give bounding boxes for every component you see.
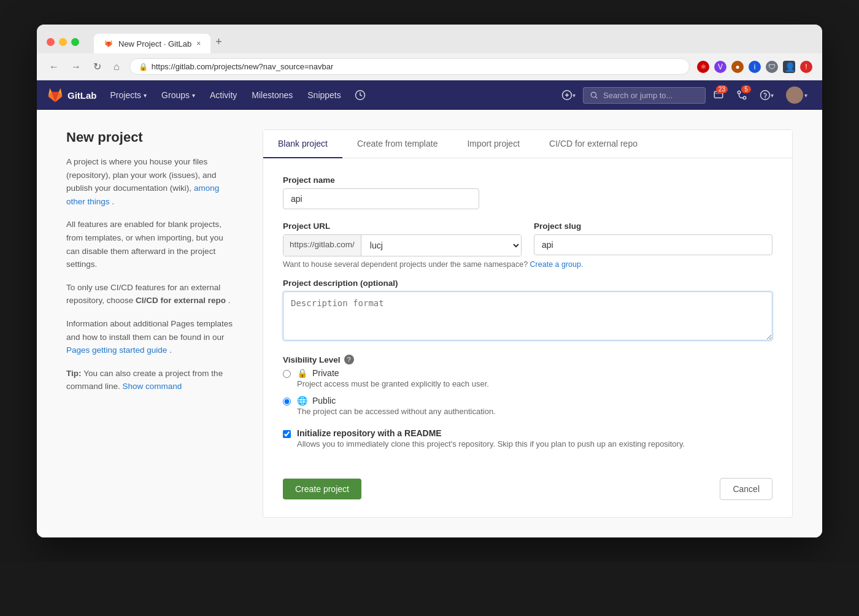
create-project-button[interactable]: Create project	[283, 479, 361, 499]
nav-projects-label: Projects	[110, 90, 142, 100]
sidebar-desc-2: All features are enabled for blank proje…	[66, 218, 238, 271]
visibility-public-label: Public	[312, 396, 336, 406]
visibility-public-option: 🌐 Public The project can be accessed wit…	[283, 396, 772, 416]
nav-search[interactable]	[583, 87, 706, 104]
visibility-public-content: 🌐 Public The project can be accessed wit…	[297, 396, 496, 416]
nav-activity[interactable]: Activity	[204, 80, 243, 110]
project-slug-group: Project slug	[534, 221, 772, 256]
sidebar-desc-3-end: .	[228, 296, 231, 305]
url-prefix-text: https://gitlab.com/	[283, 235, 361, 256]
gitlab-logo[interactable]: GitLab	[47, 87, 97, 104]
visibility-private-option: 🔒 Private Project access must be granted…	[283, 368, 772, 388]
new-tab-button[interactable]: +	[210, 31, 227, 53]
tab-import-label: Import project	[467, 139, 520, 148]
refresh-button[interactable]: ↻	[91, 60, 104, 74]
tab-favicon-icon	[104, 39, 114, 48]
visibility-private-desc: Project access must be granted explicitl…	[297, 379, 489, 388]
cancel-button[interactable]: Cancel	[720, 478, 772, 500]
svg-point-8	[738, 91, 741, 94]
tab-import-project[interactable]: Import project	[452, 130, 534, 158]
window-controls	[47, 38, 79, 46]
lock-icon: 🔒	[139, 63, 148, 71]
project-slug-input[interactable]	[534, 234, 772, 255]
tab-cicd-label: CI/CD for external repo	[549, 139, 638, 148]
ext-icon-1[interactable]: ⚛	[697, 61, 709, 73]
tab-cicd-external[interactable]: CI/CD for external repo	[534, 130, 652, 158]
user-avatar	[786, 87, 803, 104]
browser-tab[interactable]: New Project · GitLab ×	[94, 34, 210, 53]
home-button[interactable]: ⌂	[111, 60, 122, 74]
back-button[interactable]: ←	[47, 60, 61, 74]
visibility-private-content: 🔒 Private Project access must be granted…	[297, 368, 489, 388]
readme-label-strong: Initialize repository with a README	[297, 428, 442, 438]
tab-create-from-template[interactable]: Create from template	[342, 130, 453, 158]
ext-icon-5[interactable]: 🛡	[766, 61, 778, 73]
form-actions: Create project Cancel	[283, 466, 772, 500]
project-name-label: Project name	[283, 175, 772, 185]
nav-milestones-label: Milestones	[252, 90, 293, 100]
project-name-input[interactable]	[283, 188, 479, 209]
description-textarea[interactable]	[283, 291, 772, 341]
url-namespace-select[interactable]: lucj	[361, 235, 521, 256]
project-name-group: Project name	[283, 175, 772, 209]
forward-button[interactable]: →	[69, 60, 83, 74]
namespace-helper-text: Want to house several dependent projects…	[283, 260, 772, 269]
form-area: Project name Project URL https://gitlab.…	[263, 158, 792, 517]
tab-blank-label: Blank project	[278, 139, 328, 148]
pages-guide-link[interactable]: Pages getting started guide	[66, 345, 167, 355]
nav-merge-requests-btn[interactable]: 5	[731, 80, 752, 110]
visibility-public-desc: The project can be accessed without any …	[297, 407, 496, 416]
user-chevron-icon: ▾	[804, 92, 807, 99]
ext-icon-red[interactable]: !	[800, 61, 812, 73]
visibility-public-radio[interactable]	[283, 398, 291, 406]
maximize-window-button[interactable]	[71, 38, 79, 46]
search-input[interactable]	[603, 91, 689, 100]
visibility-private-radio[interactable]	[283, 370, 291, 378]
project-url-input-wrapper: https://gitlab.com/ lucj	[283, 234, 522, 256]
close-window-button[interactable]	[47, 38, 55, 46]
nav-activity-icon-btn[interactable]	[350, 80, 371, 110]
browser-extensions: ⚛ V ● i 🛡 👤 !	[697, 61, 812, 73]
search-icon	[590, 91, 598, 99]
project-slug-label: Project slug	[534, 221, 772, 231]
nav-help-btn[interactable]: ▾	[755, 80, 779, 110]
nav-groups-label: Groups	[161, 90, 190, 100]
sidebar-desc-3-strong: CI/CD for external repo	[136, 296, 226, 305]
nav-user-avatar-btn[interactable]: ▾	[781, 80, 812, 110]
namespace-helper-label: Want to house several dependent projects…	[283, 260, 528, 269]
nav-projects[interactable]: Projects ▾	[104, 80, 153, 110]
nav-activity-label: Activity	[210, 90, 237, 100]
nav-milestones[interactable]: Milestones	[245, 80, 299, 110]
minimize-window-button[interactable]	[59, 38, 67, 46]
visibility-radio-group: 🔒 Private Project access must be granted…	[283, 368, 772, 416]
readme-label[interactable]: Initialize repository with a README	[297, 428, 442, 438]
tab-blank-project[interactable]: Blank project	[263, 130, 342, 158]
svg-point-11	[765, 98, 766, 98]
readme-checkbox[interactable]	[283, 430, 291, 438]
tab-close-button[interactable]: ×	[196, 39, 201, 48]
merge-requests-badge: 5	[741, 85, 751, 93]
show-command-link[interactable]: Show command	[123, 382, 182, 391]
sidebar-desc-4-end: .	[169, 345, 172, 355]
ext-icon-3[interactable]: ●	[731, 61, 744, 73]
sidebar-desc-4-prefix: Information about additional Pages templ…	[66, 319, 233, 342]
sidebar-desc-4: Information about additional Pages templ…	[66, 317, 238, 357]
readme-checkbox-row: Initialize repository with a README Allo…	[283, 428, 772, 449]
ext-icon-2[interactable]: V	[714, 61, 726, 73]
ext-icon-6[interactable]: 👤	[783, 61, 795, 73]
nav-groups[interactable]: Groups ▾	[155, 80, 201, 110]
ext-icon-4[interactable]: i	[749, 61, 761, 73]
groups-chevron-icon: ▾	[192, 92, 195, 99]
visibility-label: Visibility Level	[283, 355, 341, 364]
description-label: Project description (optional)	[283, 279, 772, 288]
visibility-group: Visibility Level ? 🔒 Private	[283, 355, 772, 416]
create-group-link[interactable]: Create a group.	[530, 260, 584, 269]
nav-snippets-label: Snippets	[307, 90, 341, 100]
nav-snippets[interactable]: Snippets	[301, 80, 347, 110]
nav-notifications-btn[interactable]: 23	[708, 80, 729, 110]
sidebar-desc-3: To only use CI/CD features for an extern…	[66, 281, 238, 307]
address-bar[interactable]: 🔒 https://gitlab.com/projects/new?nav_so…	[129, 58, 690, 75]
tab-title: New Project · GitLab	[118, 39, 191, 48]
nav-plus-icon-btn[interactable]: ▾	[557, 80, 580, 110]
visibility-help-icon[interactable]: ?	[344, 355, 354, 364]
